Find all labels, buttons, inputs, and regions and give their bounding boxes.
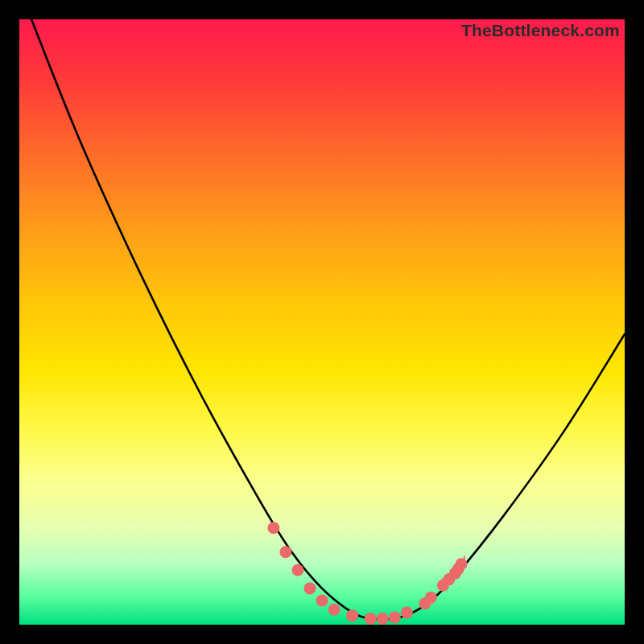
chart-background-gradient [19, 19, 625, 625]
chart-frame: TheBottleneck.com [19, 19, 625, 625]
